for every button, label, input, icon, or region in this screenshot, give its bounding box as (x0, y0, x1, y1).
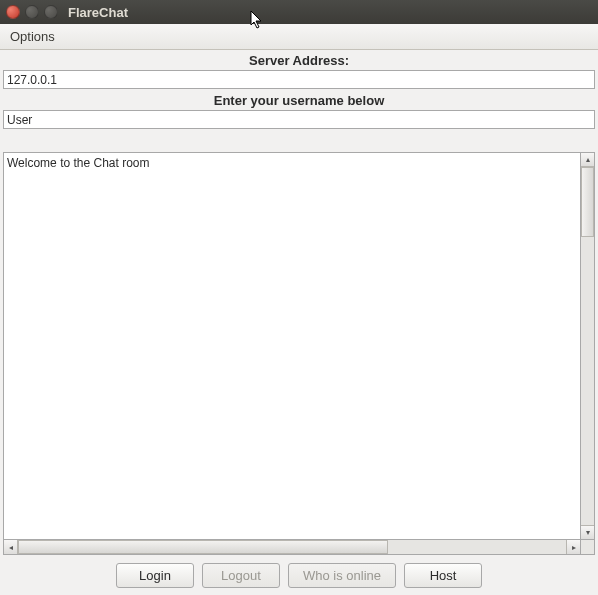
close-icon[interactable] (6, 5, 20, 19)
username-input[interactable] (3, 110, 595, 129)
hscroll-row: ◂ ▸ (3, 540, 595, 555)
username-prompt-label: Enter your username below (0, 90, 598, 110)
vertical-scrollbar[interactable]: ▴ ▾ (581, 152, 595, 540)
content-area: Server Address: Enter your username belo… (0, 50, 598, 595)
host-button[interactable]: Host (404, 563, 482, 588)
logout-button[interactable]: Logout (202, 563, 280, 588)
hscroll-thumb[interactable] (18, 540, 388, 554)
menubar: Options (0, 24, 598, 50)
server-address-input[interactable] (3, 70, 595, 89)
chat-area-wrapper: Welcome to the Chat room ▴ ▾ (3, 152, 595, 540)
button-bar: Login Logout Who is online Host (0, 555, 598, 595)
login-button[interactable]: Login (116, 563, 194, 588)
scroll-up-icon[interactable]: ▴ (581, 153, 594, 167)
vscroll-track[interactable] (581, 167, 594, 525)
vscroll-thumb[interactable] (581, 167, 594, 237)
server-address-label: Server Address: (0, 50, 598, 70)
window-title: FlareChat (68, 5, 128, 20)
hscroll-track[interactable] (18, 540, 566, 554)
who-is-online-button[interactable]: Who is online (288, 563, 396, 588)
minimize-icon[interactable] (25, 5, 39, 19)
maximize-icon[interactable] (44, 5, 58, 19)
scroll-left-icon[interactable]: ◂ (4, 540, 18, 554)
chat-welcome-text: Welcome to the Chat room (7, 156, 150, 170)
menu-options[interactable]: Options (6, 27, 59, 46)
horizontal-scrollbar[interactable]: ◂ ▸ (3, 540, 581, 555)
scroll-down-icon[interactable]: ▾ (581, 525, 594, 539)
scroll-corner (581, 540, 595, 555)
chat-text-area[interactable]: Welcome to the Chat room (3, 152, 581, 540)
spacer (0, 130, 598, 152)
window-controls (6, 5, 58, 19)
titlebar: FlareChat (0, 0, 598, 24)
scroll-right-icon[interactable]: ▸ (566, 540, 580, 554)
